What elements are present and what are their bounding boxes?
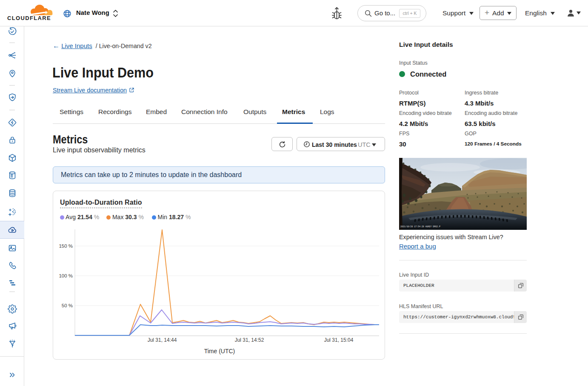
svg-text:100 %: 100 % bbox=[59, 273, 73, 278]
svg-text:CLOUDFLARE: CLOUDFLARE bbox=[7, 15, 51, 21]
svg-text:2021/10/20 17:54:29 AUKEY DRG2: 2021/10/20 17:54:29 AUKEY DRG2.P bbox=[400, 226, 440, 228]
svg-text:Jul 31, 15:04: Jul 31, 15:04 bbox=[324, 337, 354, 343]
svg-text:50 %: 50 % bbox=[62, 303, 73, 308]
svg-text:Jul 31, 14:52: Jul 31, 14:52 bbox=[235, 337, 264, 343]
svg-text:Jul 31, 14:44: Jul 31, 14:44 bbox=[148, 337, 177, 343]
svg-text:150 %: 150 % bbox=[59, 243, 73, 249]
svg-text:Time (UTC): Time (UTC) bbox=[204, 348, 235, 355]
